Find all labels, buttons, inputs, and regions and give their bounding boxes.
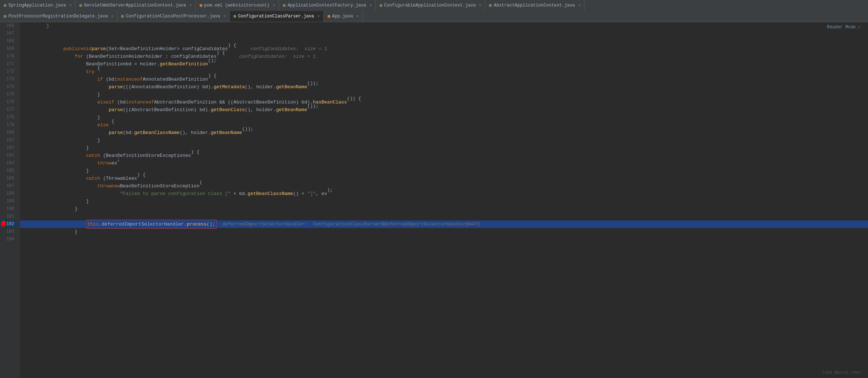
reader-mode-label: Reader Mode [827, 25, 856, 30]
code-line-175: } [20, 91, 868, 98]
tab-appctx[interactable]: ApplicationContextFactory.java × [279, 0, 376, 11]
gutter-190: 190 [0, 205, 17, 213]
gutter-182: 182 [0, 144, 17, 152]
reader-mode-check: ✓ [858, 24, 861, 30]
tab-label-configurable: ConfigurableApplicationContext.java [384, 3, 476, 8]
tab-label-appjava: App.java [332, 14, 353, 19]
tab-close-appjava[interactable]: × [356, 14, 359, 19]
code-line-179: else { [20, 121, 868, 129]
code-line-191 [20, 213, 868, 220]
gutter-170: 170 [0, 53, 17, 60]
gutter-181: 181 [0, 137, 17, 144]
tab-close-postproc[interactable]: × [111, 14, 114, 19]
tab-configurable[interactable]: ConfigurableApplicationContext.java × [376, 0, 486, 11]
tab-close-configpost[interactable]: × [224, 14, 226, 19]
code-line-182: } [20, 144, 868, 152]
code-line-181: } [20, 137, 868, 144]
code-line-172: try { [20, 68, 868, 76]
tab-pom[interactable]: pom.xml (webvisitorcount) × [196, 0, 280, 11]
gutter-173: 173 [0, 76, 17, 83]
tab-appjava[interactable]: App.java × [324, 11, 363, 22]
code-line-180: parse(bd.getBeanClassName(), holder.getB… [20, 129, 868, 137]
code-line-176: else if (bd instanceof AbstractBeanDefin… [20, 98, 868, 106]
gutter-168: 168 [0, 37, 17, 45]
tab-row-1: SpringApplication.java × ServletWebServe… [0, 0, 868, 11]
tab-label-appctx: ApplicationContextFactory.java [288, 3, 366, 8]
gutter-184: 184 [0, 159, 17, 167]
tab-close-abstract[interactable]: × [578, 3, 581, 8]
tab-servlet[interactable]: ServletWebServerApplicationContext.java … [76, 0, 196, 11]
tab-configpost[interactable]: ConfigurationClassPostProcessor.java × [117, 11, 230, 22]
tab-icon-postproc [4, 15, 7, 18]
tab-icon-configpost [121, 15, 124, 18]
tab-close-spring[interactable]: × [69, 3, 72, 8]
tab-close-configurable[interactable]: × [479, 3, 482, 8]
tab-label-abstract: AbstractApplicationContext.java [494, 3, 575, 8]
gutter-167: 167 [0, 30, 17, 37]
code-line-193: } [20, 228, 868, 236]
code-line-192: this.deferredImportSelectorHandler.proce… [20, 220, 868, 228]
tab-icon-pom [200, 4, 202, 7]
tab-close-configparser[interactable]: × [317, 14, 320, 19]
code-line-190: } [20, 205, 868, 213]
code-line-178: } [20, 114, 868, 121]
tab-icon-servlet [79, 4, 82, 7]
gutter-188: 188 [0, 190, 17, 198]
tab-close-appctx[interactable]: × [369, 3, 372, 8]
code-line-171: BeanDefinition bd = holder.getBeanDefini… [20, 60, 868, 68]
tab-label-postproc: PostProcessorRegistrationDelegate.java [8, 14, 108, 19]
code-line-194 [20, 236, 868, 243]
tab-icon-abstract [489, 4, 492, 7]
gutter-185: 185 [0, 167, 17, 175]
gutter-189: 189 [0, 198, 17, 205]
tab-icon-appctx [283, 4, 286, 7]
gutter-175: 175 [0, 91, 17, 98]
tab-bar: SpringApplication.java × ServletWebServe… [0, 0, 868, 22]
editor-area: 166 167 168 169 170 171 172 173 174 175 … [0, 22, 868, 378]
gutter-169: 169 [0, 45, 17, 53]
code-line-174: parse(((AnnotatedBeanDefinition) bd).get… [20, 83, 868, 91]
tab-close-pom[interactable]: × [273, 3, 276, 8]
tab-abstract[interactable]: AbstractApplicationContext.java × [485, 0, 584, 11]
code-line-168 [20, 37, 868, 45]
watermark: CSDN @koral chen [822, 370, 861, 375]
tab-icon-configparser [233, 15, 236, 18]
gutter-191: 191 [0, 213, 17, 220]
tab-icon-configurable [379, 4, 382, 7]
gutter-186: 186 [0, 175, 17, 182]
tab-label-spring: SpringApplication.java [8, 3, 66, 8]
gutter-174: 174 [0, 83, 17, 91]
breakpoint-icon-192 [1, 221, 6, 227]
code-line-189: } [20, 198, 868, 205]
code-line-184: throw ex; [20, 159, 868, 167]
gutter-171: 171 [0, 60, 17, 68]
tab-postproc[interactable]: PostProcessorRegistrationDelegate.java × [0, 11, 117, 22]
code-line-186: catch (Throwable ex) { [20, 175, 868, 182]
code-line-187: throw new BeanDefinitionStoreException( [20, 182, 868, 190]
tab-label-pom: pom.xml (webvisitorcount) [204, 3, 270, 8]
tab-icon-appjava [327, 15, 330, 18]
gutter-194: 194 [0, 236, 17, 243]
gutter-180: 180 [0, 129, 17, 137]
gutter-193: 193 [0, 228, 17, 236]
code-line-183: catch (BeanDefinitionStoreException ex) … [20, 152, 868, 159]
tab-row-2: PostProcessorRegistrationDelegate.java ×… [0, 11, 868, 22]
gutter-177: 177 [0, 106, 17, 114]
line-number-gutter: 166 167 168 169 170 171 172 173 174 175 … [0, 22, 20, 378]
gutter-178: 178 [0, 114, 17, 121]
gutter-166: 166 [0, 22, 17, 30]
gutter-192: 💡 192 [0, 220, 17, 228]
code-line-188: "Failed to parse configuration class [" … [20, 190, 868, 198]
gutter-179: 179 [0, 121, 17, 129]
code-editor[interactable]: } public void parse(Set<BeanDefinitionHo… [20, 22, 868, 378]
gutter-172: 172 [0, 68, 17, 76]
tab-spring[interactable]: SpringApplication.java × [0, 0, 76, 11]
tab-label-configparser: ConfigurationClassParser.java [238, 14, 314, 19]
tab-close-servlet[interactable]: × [189, 3, 192, 8]
code-line-177: parse(((AbstractBeanDefinition) bd).getB… [20, 106, 868, 114]
tab-configparser[interactable]: ConfigurationClassParser.java × [230, 11, 324, 22]
tab-label-configpost: ConfigurationClassPostProcessor.java [126, 14, 220, 19]
code-line-169: public void parse(Set<BeanDefinitionHold… [20, 45, 868, 53]
gutter-183: 183 [0, 152, 17, 159]
reader-mode-button[interactable]: Reader Mode ✓ [827, 24, 861, 30]
